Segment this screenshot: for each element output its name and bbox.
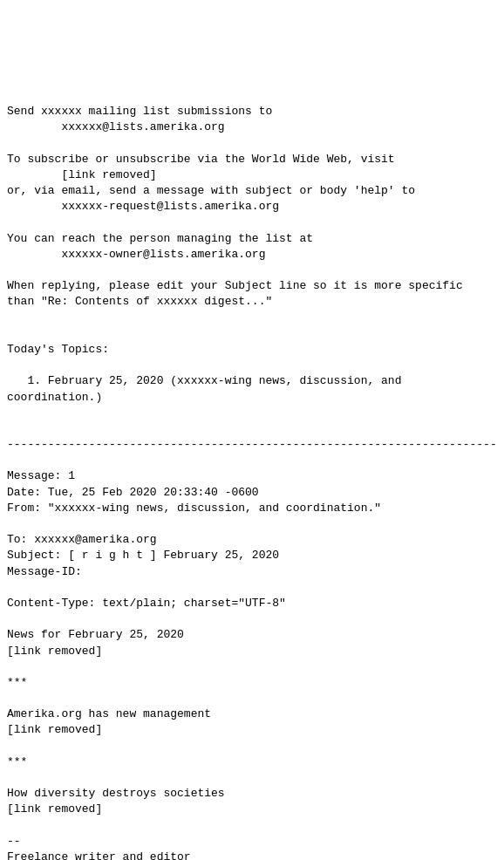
email-text: Send xxxxxx mailing list submissions to … [7,104,497,860]
email-body: Send xxxxxx mailing list submissions to … [7,72,497,860]
